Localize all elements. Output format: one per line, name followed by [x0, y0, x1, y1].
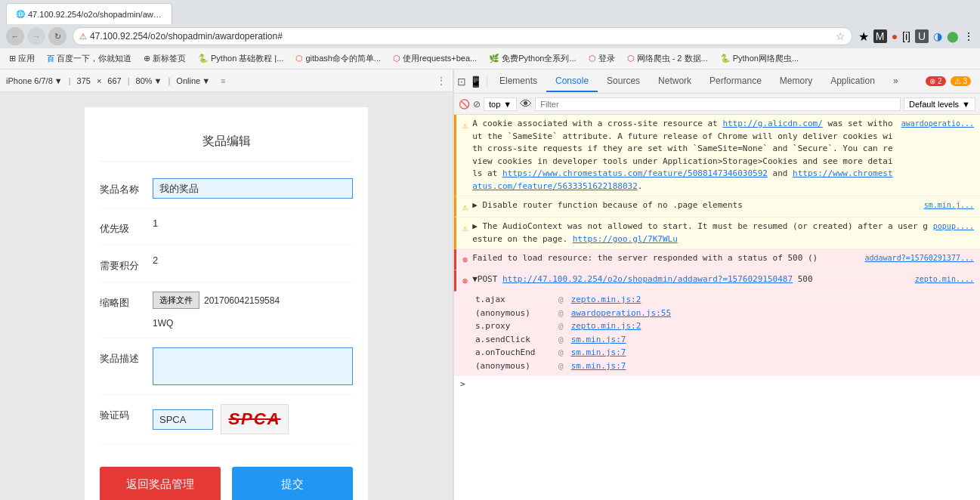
ext7-icon[interactable]: ⋮	[963, 30, 974, 42]
bookmark-star-icon[interactable]: ☆	[836, 30, 846, 42]
device-name: iPhone 6/7/8	[6, 76, 53, 85]
inspect-element-icon[interactable]: ⊡	[457, 76, 466, 88]
stack-trace: t.ajax @ zepto.min.js:2 (anonymous) @ aw…	[454, 292, 980, 376]
tab-console[interactable]: Console	[546, 71, 598, 92]
tab-more[interactable]: »	[884, 71, 907, 92]
stack-loc-3[interactable]: zepto.min.js:2	[571, 319, 641, 333]
err-icon-2: ⊗	[462, 274, 468, 288]
msg-content-5: ▼POST http://47.100.92.254/o2o/shopadmin…	[472, 273, 910, 286]
device-selector[interactable]: iPhone 6/7/8 ▼	[6, 76, 63, 85]
chrome-icon: ⊕	[144, 54, 150, 63]
msg-source-2[interactable]: sm.min.j...	[924, 199, 974, 211]
captcha-image[interactable]: SPCA	[221, 404, 289, 434]
context-selector[interactable]: top ▼	[484, 97, 517, 111]
msg-content-1: A cookie associated with a cross-site re…	[472, 118, 896, 193]
stack-fn-5: a.onTouchEnd	[475, 346, 551, 360]
msg-content-4: Failed to load resource: the server resp…	[472, 252, 860, 265]
level-selector[interactable]: Default levels ▼	[904, 97, 975, 111]
ext3-icon[interactable]: [i]	[902, 30, 910, 42]
main-content: iPhone 6/7/8 ▼ | 375 × 667 | 80% ▼ | Onl…	[0, 69, 980, 500]
address-bar[interactable]: ⚠ 47.100.92.254/o2o/shopadmin/awardopera…	[73, 27, 852, 45]
stack-fn-4: a.sendClick	[475, 333, 551, 347]
name-input[interactable]	[153, 178, 353, 199]
ext6-icon[interactable]: ⬤	[947, 30, 959, 42]
active-tab[interactable]: 🌐 47.100.92.254/o2o/shopadmin/awardopera…	[6, 3, 172, 24]
chromestatus-link-1[interactable]: https://www.chromestatus.com/feature/508…	[502, 168, 768, 178]
submit-button[interactable]: 提交	[232, 467, 353, 500]
stack-loc-4[interactable]: sm.min.js:7	[571, 333, 626, 347]
stack-loc-6[interactable]: sm.min.js:7	[571, 360, 626, 373]
ext4-icon[interactable]: U	[915, 29, 929, 43]
device-emulation-icon[interactable]: 📱	[469, 76, 482, 88]
msg-source-3[interactable]: popup....	[933, 221, 974, 232]
extensions-icon[interactable]: ★	[858, 29, 869, 44]
back-button[interactable]: ←	[6, 27, 24, 45]
console-prompt[interactable]: >	[454, 376, 980, 392]
ext5-icon[interactable]: ◑	[933, 30, 942, 42]
eye-icon[interactable]: 👁	[520, 97, 532, 111]
device-dropdown-icon: ▼	[54, 76, 63, 85]
context-dropdown: ▼	[503, 100, 512, 109]
captcha-row: 验证码 SPCA	[100, 395, 353, 444]
stack-fn-3: s.proxy	[475, 319, 551, 333]
reload-button[interactable]: ↻	[48, 27, 66, 45]
tab-network[interactable]: Network	[649, 71, 700, 92]
devtools-tabs: ⊡ 📱 Elements Console Sources Network Per…	[454, 69, 980, 94]
captcha-input[interactable]	[153, 409, 213, 430]
stack-fn-1: t.ajax	[475, 293, 551, 307]
zoom-value: 80%	[136, 76, 153, 85]
bookmark-newtab[interactable]: ⊕ 新标签页	[141, 51, 189, 66]
tab-performance[interactable]: Performance	[700, 71, 771, 92]
device-toolbar: iPhone 6/7/8 ▼ | 375 × 667 | 80% ▼ | Onl…	[0, 69, 453, 92]
stack-loc-5[interactable]: sm.min.js:7	[571, 346, 626, 360]
console-msg-error1: ⊗ Failed to load resource: the server re…	[454, 249, 980, 270]
desc-row: 奖品描述	[100, 338, 353, 395]
back-to-awards-button[interactable]: 返回奖品管理	[100, 467, 221, 500]
console-settings-icon[interactable]: ⊘	[473, 99, 481, 110]
bookmark-requests[interactable]: ⬡ 使用requests+bea...	[390, 51, 480, 66]
ext1-icon[interactable]: M	[873, 29, 887, 43]
alicdn-link[interactable]: http://g.alicdn.com/	[722, 119, 822, 128]
console-msg-router: ⚠ ▶ Disable router function because of n…	[454, 196, 980, 218]
bookmark-python2[interactable]: 🐍 Python网络爬虫...	[717, 51, 802, 66]
desc-input[interactable]	[153, 347, 353, 385]
filter-input[interactable]	[535, 97, 901, 111]
clear-console-icon[interactable]: 🚫	[459, 99, 470, 110]
forward-button[interactable]: →	[27, 27, 45, 45]
bookmark-python[interactable]: 🐍 Python 基础教程 |...	[195, 51, 286, 66]
leaf-icon: 🌿	[489, 54, 499, 63]
stack-line-2: (anonymous) @ awardoperation.js:55	[475, 307, 974, 320]
post-link[interactable]: http://47.100.92.254/o2o/shopadmin/addaw…	[502, 274, 793, 284]
stack-line-6: (anonymous) @ sm.min.js:7	[475, 360, 974, 373]
zoom-selector[interactable]: 80% ▼	[136, 76, 162, 85]
tab-application[interactable]: Application	[821, 71, 884, 92]
network-dropdown-icon: ▼	[202, 76, 210, 85]
spider-icon: ⬡	[627, 54, 635, 63]
stack-loc-2[interactable]: awardoperation.js:55	[571, 307, 671, 320]
network-selector[interactable]: Online ▼	[176, 76, 210, 85]
audio-help-link[interactable]: https://goo.gl/7K7WLu	[573, 234, 678, 244]
msg-source-5[interactable]: zepto.min....	[915, 273, 974, 285]
python-icon: 🐍	[198, 54, 209, 63]
bookmark-apps[interactable]: ⊞ 应用	[6, 51, 38, 66]
tab-elements[interactable]: Elements	[490, 71, 546, 92]
more-options-icon[interactable]: ⋮	[436, 75, 447, 87]
bookmark-baidu[interactable]: 百 百度一下，你就知道	[44, 51, 134, 66]
msg-source-4[interactable]: addaward?=15760291377...	[865, 252, 975, 264]
bookmark-login[interactable]: ⬡ 登录	[586, 51, 618, 66]
file-input-row: 选择文件 201706042159584	[153, 292, 280, 309]
ext2-icon[interactable]: ●	[892, 30, 898, 42]
stack-line-1: t.ajax @ zepto.min.js:2	[475, 293, 974, 307]
tab-sources[interactable]: Sources	[598, 71, 649, 92]
tab-memory[interactable]: Memory	[771, 71, 821, 92]
address-text: 47.100.92.254/o2o/shopadmin/awardoperati…	[90, 31, 283, 42]
times-icon: ×	[97, 76, 101, 85]
bookmark-git[interactable]: ⬡ gitbash命令的简单...	[292, 51, 384, 66]
devtools-panel: ⊡ 📱 Elements Console Sources Network Per…	[453, 69, 980, 500]
stack-loc-1[interactable]: zepto.min.js:2	[571, 293, 641, 307]
choose-file-button[interactable]: 选择文件	[153, 292, 199, 309]
bookmark-spider[interactable]: ⬡ 网络爬虫 - 2 数据...	[624, 51, 711, 66]
form-buttons: 返回奖品管理 提交	[100, 459, 353, 500]
bookmark-free-python[interactable]: 🌿 免费Python全系列...	[486, 51, 579, 66]
msg-source-1[interactable]: awardoperatio...	[901, 118, 974, 129]
